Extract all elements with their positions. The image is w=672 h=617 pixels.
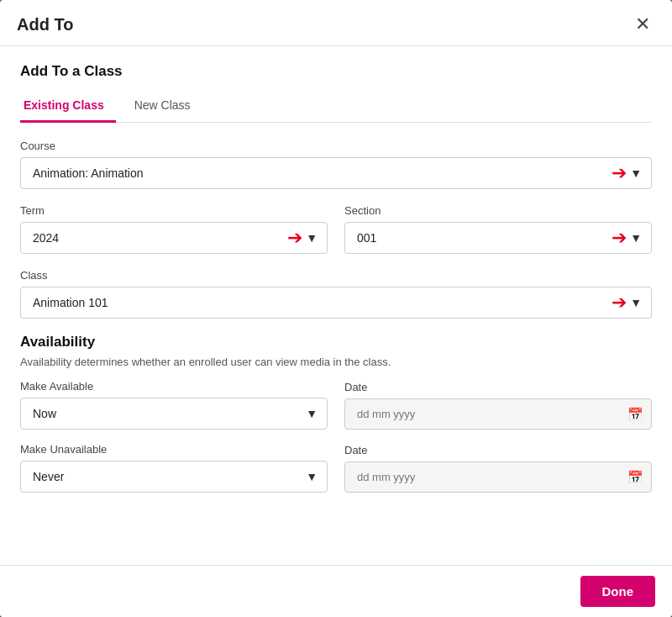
make-unavailable-label: Make Unavailable [20, 443, 328, 456]
unavailable-date-field: Date 📅 [344, 444, 652, 493]
modal-footer: Done [0, 565, 672, 617]
make-unavailable-field: Make Unavailable Never ▼ [20, 443, 328, 493]
term-label: Term [20, 204, 328, 217]
modal-body: Add To a Class Existing Class New Class … [0, 46, 672, 565]
unavailable-date-input[interactable] [344, 461, 652, 493]
available-date-input-wrapper: 📅 [344, 398, 652, 430]
modal-title: Add To [17, 15, 73, 34]
section-field-group: Section 001 ➔ ▼ [344, 204, 652, 254]
term-select[interactable]: 2024 [20, 222, 328, 254]
class-select-wrapper: Animation 101 ➔ ▼ [20, 287, 652, 319]
unavailable-date-input-wrapper: 📅 [344, 461, 652, 493]
available-date-field: Date 📅 [344, 381, 652, 430]
add-to-modal: Add To ✕ Add To a Class Existing Class N… [0, 0, 672, 617]
course-field-group: Course Animation: Animation ➔ ▼ [20, 140, 652, 189]
tab-new-class[interactable]: New Class [131, 92, 202, 123]
make-available-select[interactable]: Now [20, 398, 328, 430]
make-available-row: Make Available Now ▼ Date [20, 380, 652, 430]
class-field-group: Class Animation 101 ➔ ▼ [20, 269, 652, 319]
available-date-label: Date [344, 381, 652, 393]
tab-existing-class[interactable]: Existing Class [20, 92, 116, 123]
section-label: Section [344, 204, 652, 217]
section-title: Add To a Class [20, 63, 652, 80]
course-label: Course [20, 140, 652, 152]
make-available-field: Make Available Now ▼ [20, 380, 328, 430]
unavailable-date-label: Date [344, 444, 652, 456]
class-label: Class [20, 269, 652, 282]
section-select-wrapper: 001 ➔ ▼ [344, 222, 652, 254]
availability-section: Availability Availability determines whe… [20, 334, 652, 493]
term-select-wrapper: 2024 ➔ ▼ [20, 222, 328, 254]
make-unavailable-select-wrapper: Never ▼ [20, 461, 328, 493]
make-available-select-wrapper: Now ▼ [20, 398, 328, 430]
tabs-container: Existing Class New Class [20, 92, 652, 123]
close-button[interactable]: ✕ [630, 13, 655, 35]
availability-description: Availability determines whether an enrol… [20, 356, 652, 368]
term-field-group: Term 2024 ➔ ▼ [20, 204, 328, 254]
availability-title: Availability [20, 334, 652, 351]
modal-header: Add To ✕ [0, 0, 672, 46]
term-section-row: Term 2024 ➔ ▼ Section [20, 204, 652, 269]
available-date-input[interactable] [344, 398, 652, 430]
make-unavailable-select[interactable]: Never [20, 461, 328, 493]
section-select[interactable]: 001 [344, 222, 652, 254]
make-unavailable-row: Make Unavailable Never ▼ Date [20, 443, 652, 493]
class-select[interactable]: Animation 101 [20, 287, 652, 319]
make-available-label: Make Available [20, 380, 328, 393]
modal-backdrop: Add To ✕ Add To a Class Existing Class N… [0, 0, 672, 617]
course-select-wrapper: Animation: Animation ➔ ▼ [20, 157, 652, 189]
course-select[interactable]: Animation: Animation [20, 157, 652, 189]
done-button[interactable]: Done [580, 576, 656, 607]
